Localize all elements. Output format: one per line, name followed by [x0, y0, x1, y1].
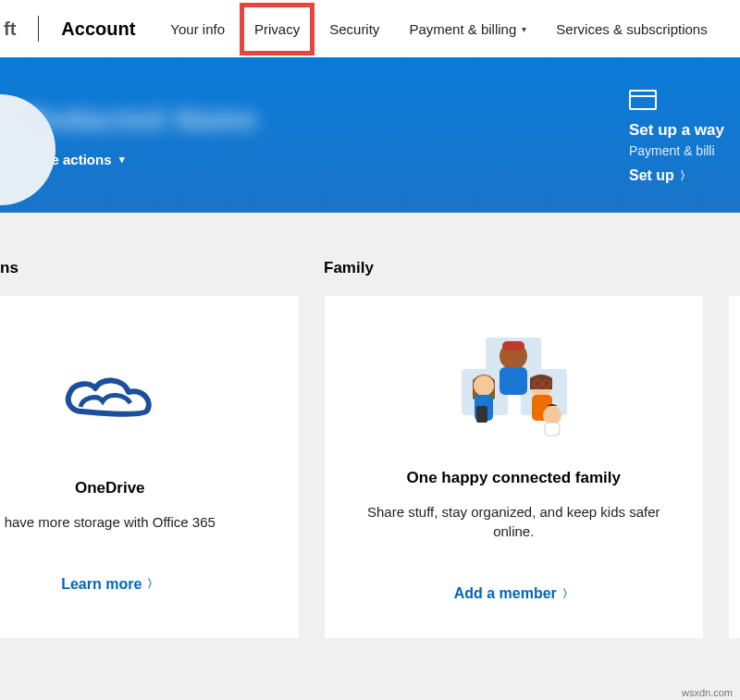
nav-label: Payment & billing [409, 21, 516, 37]
nav-your-info[interactable]: Your info [155, 3, 240, 55]
onedrive-icon [55, 333, 166, 462]
nav-label: Your info [170, 21, 225, 37]
card-onedrive: OneDrive have more storage with Office 3… [0, 296, 299, 638]
user-name: Redacted Name [26, 104, 258, 135]
chevron-down-icon: ▾ [119, 154, 125, 166]
nav-label: Security [329, 21, 379, 37]
chevron-right-icon: 〉 [147, 576, 158, 592]
nav-payment-billing[interactable]: Payment & billing ▾ [394, 3, 541, 55]
card-family: One happy connected family Share stuff, … [325, 296, 704, 638]
nav-label: Services & subscriptions [556, 21, 707, 37]
svg-point-16 [543, 406, 561, 424]
svg-rect-0 [630, 91, 656, 109]
card-desc: Share stuff, stay organized, and keep ki… [351, 502, 678, 541]
card-title: One happy connected family [407, 469, 621, 487]
card-title: OneDrive [75, 479, 145, 497]
top-nav: ft Account Your info Privacy Security Pa… [0, 0, 740, 57]
nav-label: Privacy [254, 21, 300, 37]
learn-more-link[interactable]: Learn more 〉 [61, 576, 158, 593]
nav-divider [38, 16, 39, 42]
svg-rect-7 [500, 367, 527, 395]
promo-cta[interactable]: Set up 〉 [629, 167, 740, 184]
cta-label: Learn more [61, 576, 142, 593]
section-label-left: ns [0, 259, 18, 277]
card-icon [629, 90, 740, 114]
svg-rect-6 [502, 341, 524, 350]
cta-label: Add a member [454, 585, 557, 602]
card-edge [729, 296, 740, 638]
svg-rect-11 [476, 406, 487, 423]
promo-cta-label: Set up [629, 167, 674, 184]
hero-banner: Redacted Name More actions ▾ Set up a wa… [0, 57, 740, 213]
card-desc: have more storage with Office 365 [5, 512, 216, 532]
nav-security[interactable]: Security [314, 3, 394, 55]
hero-promo: Set up a way Payment & billi Set up 〉 [629, 90, 740, 184]
logo-fragment: ft [0, 18, 16, 40]
promo-title: Set up a way [629, 121, 740, 140]
attribution: wsxdn.com [682, 687, 733, 698]
chevron-down-icon: ▾ [522, 24, 526, 34]
svg-rect-17 [545, 423, 560, 436]
family-illustration [449, 323, 578, 452]
nav-privacy[interactable]: Privacy [240, 3, 314, 55]
add-member-link[interactable]: Add a member 〉 [454, 585, 574, 602]
svg-point-9 [474, 375, 494, 396]
promo-subtitle: Payment & billi [629, 143, 740, 158]
section-label-family: Family [324, 259, 374, 277]
more-actions-button[interactable]: More actions ▾ [26, 152, 258, 167]
chevron-right-icon: 〉 [562, 586, 574, 602]
nav-services-subscriptions[interactable]: Services & subscriptions [541, 3, 722, 55]
content-area: ns Family OneDrive have more storage wit… [0, 213, 740, 700]
brand-label[interactable]: Account [61, 18, 135, 40]
chevron-right-icon: 〉 [680, 168, 691, 184]
